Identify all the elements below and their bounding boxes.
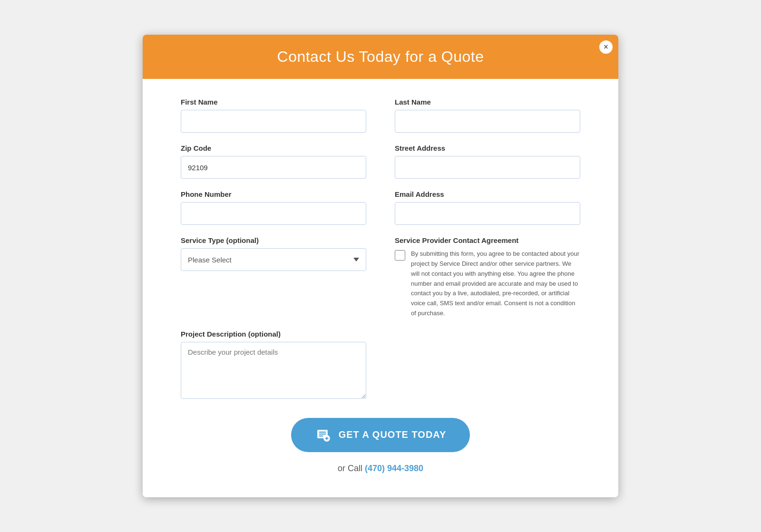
project-description-textarea[interactable] — [181, 342, 366, 399]
agreement-group: Service Provider Contact Agreement By su… — [395, 236, 580, 319]
street-address-group: Street Address — [395, 144, 580, 179]
modal-container: Contact Us Today for a Quote × First Nam… — [143, 35, 618, 497]
last-name-label: Last Name — [395, 98, 580, 106]
modal-body: First Name Last Name Zip Code Street Add… — [143, 79, 618, 497]
agreement-label: Service Provider Contact Agreement — [395, 236, 580, 244]
modal-title: Contact Us Today for a Quote — [162, 48, 599, 66]
close-button[interactable]: × — [599, 40, 613, 54]
call-section: or Call (470) 944-3980 — [181, 464, 580, 474]
quote-icon — [315, 426, 332, 444]
phone-number-input[interactable] — [181, 202, 366, 225]
agreement-text: By submitting this form, you agree to be… — [411, 249, 580, 319]
quote-button-label: GET A QUOTE TODAY — [339, 429, 447, 440]
first-name-group: First Name — [181, 98, 366, 133]
service-type-label: Service Type (optional) — [181, 236, 366, 244]
form-grid: First Name Last Name Zip Code Street Add… — [181, 98, 580, 399]
agreement-content: By submitting this form, you agree to be… — [395, 249, 580, 319]
street-address-input[interactable] — [395, 156, 580, 179]
service-type-group: Service Type (optional) Please Select — [181, 236, 366, 319]
zip-code-input[interactable] — [181, 156, 366, 179]
zip-code-group: Zip Code — [181, 144, 366, 179]
email-address-group: Email Address — [395, 190, 580, 225]
zip-code-label: Zip Code — [181, 144, 366, 152]
call-prefix: or Call — [338, 464, 365, 473]
first-name-input[interactable] — [181, 110, 366, 133]
phone-number-group: Phone Number — [181, 190, 366, 225]
email-address-label: Email Address — [395, 190, 580, 198]
street-address-label: Street Address — [395, 144, 580, 152]
form-footer: GET A QUOTE TODAY or Call (470) 944-3980 — [181, 418, 580, 474]
last-name-input[interactable] — [395, 110, 580, 133]
get-quote-button[interactable]: GET A QUOTE TODAY — [291, 418, 470, 452]
call-number-link[interactable]: (470) 944-3980 — [365, 464, 423, 473]
agreement-checkbox[interactable] — [395, 250, 405, 261]
email-address-input[interactable] — [395, 202, 580, 225]
last-name-group: Last Name — [395, 98, 580, 133]
phone-number-label: Phone Number — [181, 190, 366, 198]
first-name-label: First Name — [181, 98, 366, 106]
project-description-group: Project Description (optional) — [181, 330, 366, 399]
modal-header: Contact Us Today for a Quote × — [143, 35, 618, 79]
project-description-label: Project Description (optional) — [181, 330, 366, 338]
service-type-select[interactable]: Please Select — [181, 248, 366, 271]
